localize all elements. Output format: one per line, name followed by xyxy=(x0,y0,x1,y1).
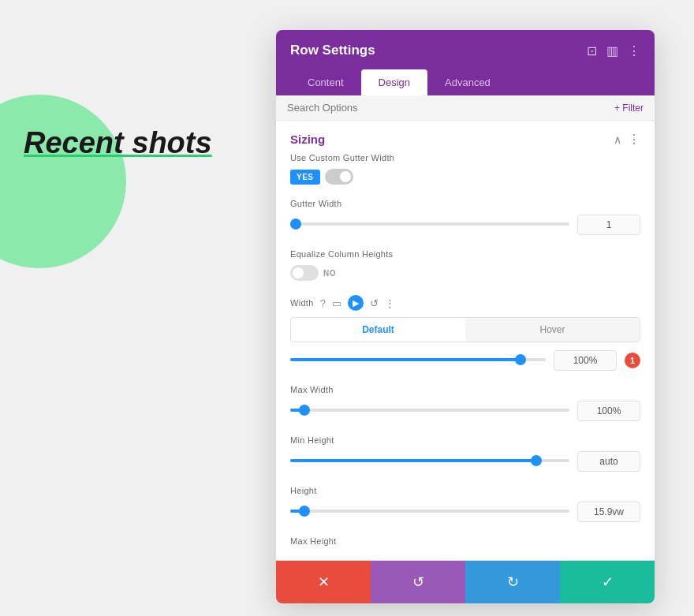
height-thumb[interactable] xyxy=(299,506,310,517)
max-width-slider-container xyxy=(290,409,569,413)
max-height-label: Max Height xyxy=(290,536,640,546)
sub-tab-hover[interactable]: Hover xyxy=(465,318,640,342)
width-thumb[interactable] xyxy=(515,354,526,365)
section-more-icon[interactable]: ⋮ xyxy=(628,132,640,147)
width-more-icon[interactable]: ⋮ xyxy=(385,297,395,309)
tab-design[interactable]: Design xyxy=(361,69,427,95)
tab-advanced[interactable]: Advanced xyxy=(427,69,508,95)
sub-tab-default[interactable]: Default xyxy=(291,318,465,342)
sizing-section-header: Sizing ∧ ⋮ xyxy=(290,121,640,153)
max-width-setting: Max Width xyxy=(290,385,640,421)
height-track xyxy=(290,510,569,513)
min-height-setting: Min Height xyxy=(290,435,640,472)
recent-shots-label: Recent shots xyxy=(24,126,212,160)
width-help-icon[interactable]: ? xyxy=(320,297,326,309)
width-setting: Width ? ▭ ▶ ↺ ⋮ Default Hover 1 xyxy=(290,295,640,371)
width-sub-tabs: Default Hover xyxy=(290,317,640,342)
yes-badge: YES xyxy=(290,170,320,185)
min-height-thumb[interactable] xyxy=(531,455,542,466)
width-label: Width xyxy=(290,298,314,308)
max-height-setting: Max Height xyxy=(290,536,640,546)
collapse-icon[interactable]: ∧ xyxy=(614,133,621,146)
max-width-value[interactable] xyxy=(577,401,640,421)
save-button[interactable]: ✓ xyxy=(560,561,655,603)
min-height-slider-container xyxy=(290,459,569,464)
filter-button[interactable]: + Filter xyxy=(614,103,644,114)
fullscreen-icon[interactable]: ⊡ xyxy=(587,43,597,58)
gutter-width-toggle-slider[interactable] xyxy=(325,169,353,185)
height-slider-row xyxy=(290,502,640,522)
panel-header: Row Settings ⊡ ▥ ⋮ Content Design Advanc… xyxy=(276,30,655,95)
min-height-label: Min Height xyxy=(290,435,640,445)
width-value[interactable] xyxy=(554,350,617,371)
panel-footer: ✕ ↺ ↻ ✓ xyxy=(276,560,655,603)
height-setting: Height xyxy=(290,486,640,522)
width-label-row: Width ? ▭ ▶ ↺ ⋮ xyxy=(290,295,640,311)
width-slider-container xyxy=(290,358,546,363)
search-bar: + Filter xyxy=(276,95,655,121)
cancel-button[interactable]: ✕ xyxy=(276,561,371,603)
max-width-label: Max Width xyxy=(290,385,640,394)
width-active-icon[interactable]: ▶ xyxy=(348,295,364,311)
max-width-slider-row xyxy=(290,401,640,421)
width-slider-row: 1 xyxy=(290,350,640,371)
width-track xyxy=(290,358,546,361)
gutter-width-value[interactable] xyxy=(577,215,640,235)
gutter-width-slider-container xyxy=(290,222,569,227)
gutter-width-track xyxy=(290,222,569,226)
max-width-thumb[interactable] xyxy=(299,405,310,416)
tab-content[interactable]: Content xyxy=(290,69,361,95)
more-options-icon[interactable]: ⋮ xyxy=(628,43,640,58)
min-height-track xyxy=(290,459,569,462)
decorative-circle xyxy=(0,95,126,268)
panel-title-row: Row Settings ⊡ ▥ ⋮ xyxy=(290,43,640,58)
custom-gutter-width-toggle: YES xyxy=(290,169,640,185)
height-value[interactable] xyxy=(577,502,640,522)
redo-button[interactable]: ↻ xyxy=(465,561,560,603)
undo-button[interactable]: ↺ xyxy=(371,561,465,603)
columns-icon[interactable]: ▥ xyxy=(606,43,618,58)
height-slider-container xyxy=(290,510,569,514)
min-height-slider-row xyxy=(290,451,640,472)
max-width-track xyxy=(290,409,569,412)
width-desktop-icon[interactable]: ▭ xyxy=(332,297,341,309)
section-actions: ∧ ⋮ xyxy=(614,132,640,147)
custom-gutter-width-label: Use Custom Gutter Width xyxy=(290,153,640,162)
panel-title-icons: ⊡ ▥ ⋮ xyxy=(587,43,640,58)
gutter-width-label: Gutter Width xyxy=(290,199,640,208)
min-height-fill xyxy=(290,459,536,462)
gutter-width-setting: Gutter Width xyxy=(290,199,640,235)
panel-title: Row Settings xyxy=(290,43,375,58)
width-reset-icon[interactable]: ↺ xyxy=(370,297,379,309)
gutter-width-slider-row xyxy=(290,215,640,235)
search-input[interactable] xyxy=(287,102,614,114)
custom-gutter-width-setting: Use Custom Gutter Width YES xyxy=(290,153,640,185)
row-settings-panel: Row Settings ⊡ ▥ ⋮ Content Design Advanc… xyxy=(276,30,655,603)
equalize-label: Equalize Column Heights xyxy=(290,249,640,259)
equalize-toggle[interactable] xyxy=(290,265,319,281)
no-label: NO xyxy=(323,269,336,278)
equalize-toggle-group: NO xyxy=(290,265,640,281)
sizing-title: Sizing xyxy=(290,133,325,146)
gutter-width-thumb[interactable] xyxy=(290,218,301,230)
min-height-value[interactable] xyxy=(577,451,640,472)
width-notification-badge: 1 xyxy=(625,353,640,368)
tabs: Content Design Advanced xyxy=(290,69,640,95)
equalize-column-heights-setting: Equalize Column Heights NO xyxy=(290,249,640,281)
height-label: Height xyxy=(290,486,640,495)
width-fill xyxy=(290,358,520,361)
panel-body: Sizing ∧ ⋮ Use Custom Gutter Width YES G… xyxy=(276,121,655,560)
